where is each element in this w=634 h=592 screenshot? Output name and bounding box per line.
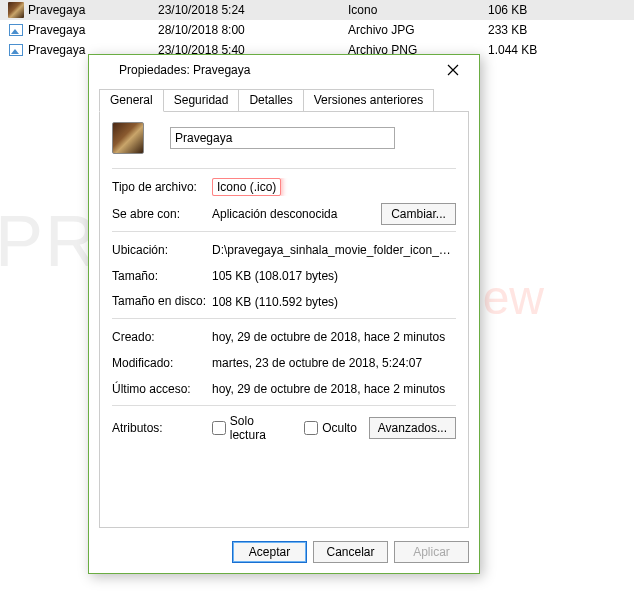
file-big-icon: [112, 122, 144, 154]
size-value: 105 KB (108.017 bytes): [212, 269, 456, 283]
created-label: Creado:: [112, 330, 212, 344]
filetype-label: Tipo de archivo:: [112, 180, 212, 194]
dialog-buttons: Aceptar Cancelar Aplicar: [89, 535, 479, 573]
file-list: Pravegaya 23/10/2018 5:24 Icono 106 KB P…: [0, 0, 634, 60]
location-label: Ubicación:: [112, 243, 212, 257]
properties-dialog: Propiedades: Pravegaya General Seguridad…: [88, 54, 480, 574]
file-date: 28/10/2018 8:00: [158, 23, 348, 37]
opens-with-value: Aplicación desconocida: [212, 207, 381, 221]
change-button[interactable]: Cambiar...: [381, 203, 456, 225]
dialog-title: Propiedades: Pravegaya: [119, 63, 433, 77]
file-type: Icono: [348, 3, 488, 17]
tab-previous-versions[interactable]: Versiones anteriores: [303, 89, 434, 112]
tab-security[interactable]: Seguridad: [163, 89, 240, 112]
separator: [112, 231, 456, 232]
readonly-checkbox[interactable]: Solo lectura: [212, 414, 292, 442]
accessed-label: Último acceso:: [112, 382, 212, 396]
picture-icon: [8, 22, 24, 38]
size-on-disk-label: Tamaño en disco:: [112, 295, 212, 308]
separator: [112, 405, 456, 406]
ok-button[interactable]: Aceptar: [232, 541, 307, 563]
dialog-icon: [97, 62, 113, 78]
advanced-button[interactable]: Avanzados...: [369, 417, 456, 439]
tab-strip: General Seguridad Detalles Versiones ant…: [99, 89, 469, 112]
list-item[interactable]: Pravegaya 28/10/2018 8:00 Archivo JPG 23…: [0, 20, 634, 40]
ico-file-icon: [8, 2, 24, 18]
file-date: 23/10/2018 5:24: [158, 3, 348, 17]
list-item[interactable]: Pravegaya 23/10/2018 5:24 Icono 106 KB: [0, 0, 634, 20]
filename-input[interactable]: [170, 127, 395, 149]
file-name: Pravegaya: [28, 3, 158, 17]
file-size: 233 KB: [488, 23, 588, 37]
separator: [112, 168, 456, 169]
size-label: Tamaño:: [112, 269, 212, 283]
tab-details[interactable]: Detalles: [238, 89, 303, 112]
filetype-value: Icono (.ico): [212, 178, 456, 196]
accessed-value: hoy, 29 de octubre de 2018, hace 2 minut…: [212, 382, 456, 396]
picture-icon: [8, 42, 24, 58]
opens-with-label: Se abre con:: [112, 207, 212, 221]
file-size: 106 KB: [488, 3, 588, 17]
hidden-checkbox[interactable]: Oculto: [304, 421, 357, 435]
file-size: 1.044 KB: [488, 43, 588, 57]
tab-panel-general: Tipo de archivo: Icono (.ico) Se abre co…: [99, 111, 469, 528]
size-on-disk-value: 108 KB (110.592 bytes): [212, 295, 456, 309]
titlebar[interactable]: Propiedades: Pravegaya: [89, 55, 479, 85]
apply-button[interactable]: Aplicar: [394, 541, 469, 563]
attributes-label: Atributos:: [112, 421, 212, 435]
modified-value: martes, 23 de octubre de 2018, 5:24:07: [212, 356, 456, 370]
close-icon[interactable]: [433, 56, 473, 84]
modified-label: Modificado:: [112, 356, 212, 370]
cancel-button[interactable]: Cancelar: [313, 541, 388, 563]
location-value: D:\pravegaya_sinhala_movie_folder_icon_b…: [212, 243, 456, 257]
file-name: Pravegaya: [28, 23, 158, 37]
created-value: hoy, 29 de octubre de 2018, hace 2 minut…: [212, 330, 456, 344]
separator: [112, 318, 456, 319]
file-type: Archivo JPG: [348, 23, 488, 37]
tab-general[interactable]: General: [99, 89, 164, 112]
